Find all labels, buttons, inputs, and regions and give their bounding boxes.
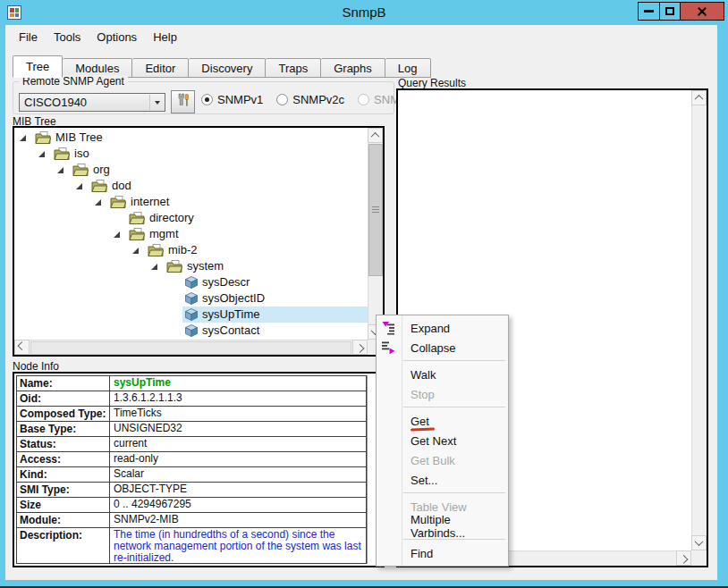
tab-traps[interactable]: Traps bbox=[266, 58, 321, 78]
tab-discovery[interactable]: Discovery bbox=[189, 58, 266, 78]
scroll-right-button[interactable] bbox=[676, 550, 691, 566]
combobox-dropdown-button[interactable] bbox=[149, 95, 164, 110]
tree-node-mgmt[interactable]: mgmt bbox=[14, 226, 368, 242]
scroll-right-button[interactable] bbox=[352, 340, 368, 355]
node-info-row-module: Module:SNMPv2-MIB bbox=[17, 513, 366, 528]
node-info-value: current bbox=[110, 437, 366, 451]
agent-combobox-value: CISCO1940 bbox=[24, 96, 87, 109]
tree-node-sysobjectid[interactable]: sysObjectID bbox=[14, 290, 368, 307]
tree-node-internet[interactable]: internet bbox=[14, 194, 368, 210]
close-icon bbox=[697, 6, 707, 17]
tab-graphs[interactable]: Graphs bbox=[321, 58, 385, 78]
tab-log[interactable]: Log bbox=[385, 58, 431, 78]
expander-icon[interactable] bbox=[38, 151, 51, 157]
chevron-left-icon bbox=[18, 341, 27, 350]
menu-item-get[interactable]: Get bbox=[377, 411, 508, 431]
tree-node-sysuptime[interactable]: sysUpTime bbox=[14, 307, 368, 323]
context-menu: ExpandCollapseWalkStopGetGet NextGet Bul… bbox=[376, 315, 509, 567]
node-info-row-description: Description:The time (in hundredths of a… bbox=[17, 528, 366, 563]
menu-item-expand[interactable]: Expand bbox=[377, 318, 508, 338]
window-title: SnmpB bbox=[0, 4, 728, 20]
tree-node-dod[interactable]: dod bbox=[14, 178, 368, 194]
node-info-field-label: Size bbox=[17, 498, 110, 512]
node-info-value: SNMPv2-MIB bbox=[110, 513, 366, 527]
expander-icon[interactable] bbox=[95, 199, 107, 206]
radio-circle-icon bbox=[276, 94, 288, 105]
agent-settings-button[interactable] bbox=[171, 90, 195, 113]
chevron-right-icon bbox=[356, 344, 365, 353]
expander-icon[interactable] bbox=[114, 231, 126, 238]
node-info-value: read-only bbox=[110, 452, 366, 466]
folder-icon bbox=[91, 180, 107, 193]
tree-vertical-scrollbar[interactable] bbox=[368, 128, 383, 340]
menubar-item-tools[interactable]: Tools bbox=[46, 25, 89, 49]
folder-icon bbox=[129, 228, 145, 241]
query-vertical-scrollbar[interactable] bbox=[691, 90, 707, 550]
node-info-row-base-type: Base Type:UNSIGNED32 bbox=[17, 422, 366, 437]
scroll-left-button[interactable] bbox=[14, 340, 30, 355]
menu-separator bbox=[403, 492, 505, 493]
expander-icon[interactable] bbox=[151, 264, 164, 270]
chevron-down-icon bbox=[155, 101, 160, 105]
menu-item-set[interactable]: Set... bbox=[377, 470, 508, 490]
node-info-value: OBJECT-TYPE bbox=[110, 483, 366, 497]
remote-snmp-agent-group: Remote SNMP Agent CISCO1940 SNMPv1SNMPv2… bbox=[13, 81, 394, 114]
tree-node-mib-tree[interactable]: MIB Tree bbox=[14, 130, 368, 146]
minimize-button[interactable] bbox=[638, 2, 660, 21]
tree-node-syscontact[interactable]: sysContact bbox=[14, 323, 368, 339]
menu-item-walk[interactable]: Walk bbox=[377, 365, 508, 384]
expander-icon[interactable] bbox=[132, 248, 145, 254]
maximize-button[interactable] bbox=[659, 2, 681, 21]
chevron-up-icon bbox=[695, 95, 704, 104]
protocol-radio-group: SNMPv1SNMPv2cSNMPv3 bbox=[201, 91, 419, 107]
node-info-field-label: SMI Type: bbox=[17, 483, 110, 497]
node-info-value: TimeTicks bbox=[110, 407, 366, 421]
tab-editor[interactable]: Editor bbox=[132, 58, 189, 78]
tree-node-mib-2[interactable]: mib-2 bbox=[14, 242, 368, 258]
titlebar[interactable]: SnmpB bbox=[0, 0, 728, 25]
tree-node-sysdescr[interactable]: sysDescr bbox=[14, 274, 368, 290]
node-info-value: UNSIGNED32 bbox=[110, 422, 366, 436]
node-info-row-smi-type: SMI Type:OBJECT-TYPE bbox=[17, 483, 366, 498]
mib-node-icon bbox=[185, 292, 198, 305]
menu-item-multiple-varbinds[interactable]: Multiple Varbinds... bbox=[377, 517, 508, 536]
vertical-scrollbar-thumb[interactable] bbox=[368, 144, 383, 276]
horizontal-scrollbar-thumb[interactable] bbox=[30, 341, 351, 355]
close-button[interactable] bbox=[680, 2, 724, 21]
tree-node-iso[interactable]: iso bbox=[14, 146, 368, 162]
radio-snmpv2c[interactable]: SNMPv2c bbox=[276, 93, 344, 106]
window-body: FileToolsOptionsHelp TreeModulesEditorDi… bbox=[5, 25, 717, 580]
scroll-up-button[interactable] bbox=[368, 128, 383, 143]
node-info-row-access: Access:read-only bbox=[17, 452, 366, 467]
radio-snmpv1[interactable]: SNMPv1 bbox=[201, 93, 263, 106]
expand-icon bbox=[381, 321, 395, 335]
scroll-down-button[interactable] bbox=[691, 535, 707, 550]
tree-node-directory[interactable]: directory bbox=[14, 210, 368, 226]
expander-icon[interactable] bbox=[20, 135, 32, 141]
menubar-item-help[interactable]: Help bbox=[145, 25, 185, 49]
expander-icon[interactable] bbox=[57, 167, 70, 173]
tree-node-system[interactable]: system bbox=[14, 258, 368, 274]
scroll-up-button[interactable] bbox=[691, 90, 707, 105]
menubar-item-options[interactable]: Options bbox=[89, 25, 145, 49]
query-results-label: Query Results bbox=[398, 77, 466, 89]
chevron-down-icon bbox=[695, 537, 704, 546]
tree-node-org[interactable]: org bbox=[14, 162, 368, 178]
thumb-grip-icon bbox=[372, 206, 379, 214]
tree-horizontal-scrollbar[interactable] bbox=[14, 340, 368, 355]
radio-circle-icon bbox=[201, 94, 213, 105]
agent-combobox[interactable]: CISCO1940 bbox=[19, 93, 165, 112]
collapse-icon bbox=[381, 340, 395, 355]
expander-icon[interactable] bbox=[76, 183, 89, 189]
node-info-value: 0 .. 4294967295 bbox=[110, 498, 366, 512]
menu-item-find[interactable]: Find bbox=[377, 543, 508, 563]
menu-item-collapse[interactable]: Collapse bbox=[377, 338, 508, 357]
node-info-table: Name:sysUpTimeOid:1.3.6.1.2.1.1.3Compose… bbox=[16, 375, 367, 564]
node-info-field-label: Description: bbox=[17, 528, 110, 563]
node-info-row-name: Name:sysUpTime bbox=[17, 376, 366, 391]
folder-icon bbox=[54, 147, 70, 161]
window-controls bbox=[639, 2, 724, 21]
tab-tree[interactable]: Tree bbox=[13, 55, 63, 78]
menu-item-get-next[interactable]: Get Next bbox=[377, 431, 508, 450]
menubar-item-file[interactable]: File bbox=[11, 25, 46, 49]
